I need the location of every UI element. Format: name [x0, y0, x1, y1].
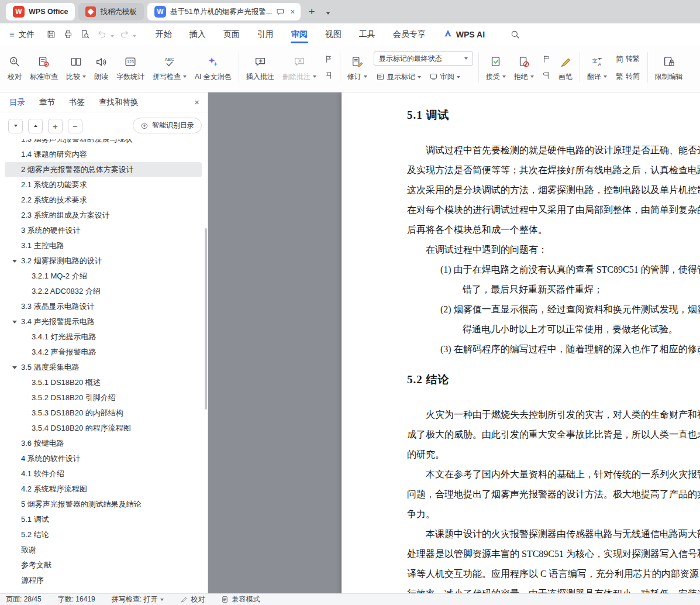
doc-line[interactable]: 问题，合理地提出了烟雾声光报警器的设计方法。极大地提高了产品的实 — [407, 484, 700, 504]
toc-item[interactable]: 3.2.1 MQ-2 介绍 — [5, 269, 202, 284]
toc-expand-arrow-icon[interactable] — [12, 260, 17, 263]
undo-chevron-icon[interactable] — [111, 29, 114, 40]
toc-item[interactable]: 5.2 结论 — [5, 527, 202, 542]
toc-item[interactable]: 1.3 烟雾声光报警器的发展与现状 — [5, 139, 202, 147]
toc-item[interactable]: 3.2.2 ADC0832 介绍 — [5, 284, 202, 299]
insert-comment-button[interactable]: 插入批注 — [242, 51, 278, 84]
status-spellcheck[interactable]: 拼写检查: 打开 — [112, 594, 164, 604]
doc-line[interactable]: 行效率，减小了代码的容量。由于该探测器具有体积小、功耗低、安装连 — [407, 584, 700, 593]
doc-chat-icon[interactable] — [276, 8, 285, 16]
status-page-indicator[interactable]: 页面: 28/45 — [6, 594, 42, 604]
file-menu-button[interactable]: ≡ 文件 — [0, 29, 44, 40]
doc-line[interactable]: 本文在参考了国内外大量资料的基础上，针对传统的一系列火灾报警 — [407, 465, 700, 484]
toc-item[interactable]: 3.4 声光报警提示电路 — [5, 314, 202, 329]
sidebar-tab-toc[interactable]: 目录 — [9, 97, 25, 108]
ai-polish-button[interactable]: AI 全文润色 — [191, 51, 236, 84]
sidebar-tab-find-replace[interactable]: 查找和替换 — [99, 97, 139, 108]
doc-line[interactable]: 在对每个模块的进行调试过程中又采用了由局部到整体，由简单到复杂的 — [407, 200, 700, 220]
document-page[interactable]: 5.1 调试调试过程中首先要检测的就是硬件电路的设计原理是否正确、能否达及实现方… — [342, 92, 700, 593]
sidebar-tab-chapters[interactable]: 章节 — [39, 97, 55, 108]
print-button[interactable] — [61, 27, 76, 42]
undo-button[interactable] — [95, 27, 110, 42]
markup-state-dropdown[interactable]: 显示标记的最终状态 — [374, 51, 473, 66]
doc-line[interactable]: 错了，最后只好重新买器件重焊； — [407, 280, 700, 300]
toc-item[interactable]: 致谢 — [5, 542, 202, 558]
tab-list-chevron-icon[interactable] — [323, 6, 333, 17]
toc-item[interactable]: 1.4 课题的研究内容 — [5, 147, 202, 162]
toc-scrollbar[interactable] — [205, 228, 207, 410]
toc-item[interactable]: 3.3 液晶显示电路设计 — [5, 299, 202, 314]
sidebar-tab-bookmarks[interactable]: 书签 — [69, 97, 85, 108]
doc-line[interactable]: 本课题中设计的火灾报警探测器由传感器电路与无线通信电路两大部 — [407, 524, 700, 544]
menu-tab-tools[interactable]: 工具 — [350, 23, 384, 45]
reject-button[interactable]: 拒绝 — [510, 51, 538, 84]
toc-zoom-in-button[interactable]: + — [48, 119, 63, 133]
menu-tab-insert[interactable]: 插入 — [181, 23, 215, 45]
toc-collapse-all-button[interactable] — [28, 119, 43, 133]
status-compat-mode[interactable]: 兼容模式 — [221, 594, 260, 604]
new-tab-button[interactable]: + — [304, 3, 319, 20]
menu-tab-review[interactable]: 审阅 — [282, 23, 316, 45]
doc-line[interactable]: 处理器是以管脚资源丰富的 STC89C51 为核心，实现对探测器写入信号和 — [407, 544, 700, 564]
restrict-edit-button[interactable]: 限制编辑 — [651, 51, 687, 84]
doc-line[interactable]: 译等人机交互功能。应用程序以 C 语言编写，充分利用芯片的内部资源， — [407, 564, 700, 584]
redo-button[interactable] — [117, 27, 132, 42]
tab-close-icon[interactable]: × — [289, 7, 296, 16]
toc-item[interactable]: 2 烟雾声光报警器的总体方案设计 — [5, 162, 202, 177]
toc-item[interactable]: 3.6 按键电路 — [5, 436, 202, 451]
track-changes-button[interactable]: 修订 — [343, 51, 371, 84]
doc-heading[interactable]: 5.2 结论 — [407, 372, 700, 387]
menu-tab-wps-ai[interactable]: WPS AI — [435, 29, 494, 40]
toc-item[interactable]: 3.5.3 DS18B20 的内部结构 — [5, 405, 202, 421]
doc-line[interactable]: 争力。 — [407, 504, 700, 524]
next-comment-button[interactable] — [322, 70, 336, 81]
sidebar-close-icon[interactable]: × — [194, 97, 199, 107]
doc-line[interactable]: (1) 由于在焊电路之前没有认真的查看 STC89C51 的管脚，使得管脚 — [407, 260, 700, 280]
proofread-button[interactable]: A 校对 — [4, 51, 26, 84]
review-pane-button[interactable]: 审阅 — [427, 71, 463, 83]
menu-tab-reference[interactable]: 引用 — [249, 23, 282, 45]
toc-item[interactable]: 2.3 系统的组成及方案设计 — [5, 208, 202, 223]
toc-zoom-out-button[interactable]: − — [68, 119, 82, 133]
toc-item[interactable]: 3.4.2 声音报警电路 — [5, 345, 202, 360]
toc-item[interactable]: 3.4.1 灯光提示电路 — [5, 329, 202, 345]
save-button[interactable] — [44, 27, 59, 42]
doc-line[interactable]: 的研究。 — [407, 445, 700, 465]
doc-line[interactable]: 这次采用的是分块调试的方法，烟雾探测电路，控制电路以及单片机控制 — [407, 180, 700, 200]
to-simplified-button[interactable]: 繁 转简 — [613, 70, 642, 82]
previous-comment-button[interactable] — [322, 53, 336, 65]
smart-toc-button[interactable]: 智能识别目录 — [133, 118, 202, 133]
status-word-count[interactable]: 字数: 16419 — [58, 594, 95, 604]
toc-item[interactable]: 参考文献 — [5, 558, 202, 573]
toc-item[interactable]: 4.2 系统程序流程图 — [5, 482, 202, 497]
doc-line[interactable]: 及实现方法是否简便等等；其次在焊接好所有线电路之后，认真检查电路 — [407, 160, 700, 180]
toc-item[interactable]: 源程序 — [5, 573, 202, 588]
redo-chevron-icon[interactable] — [133, 29, 136, 40]
toc-item[interactable]: 3.1 主控电路 — [5, 238, 202, 253]
spell-check-button[interactable]: ABC 拼写检查 — [149, 51, 191, 84]
translate-button[interactable]: 文A 翻译 — [583, 51, 611, 84]
toc-item[interactable]: 3.5.1 DS18B20 概述 — [5, 375, 202, 390]
toc-item[interactable]: 3 系统的硬件设计 — [5, 223, 202, 238]
toc-expand-all-button[interactable] — [8, 119, 23, 133]
doc-line[interactable]: 调试过程中首先要检测的就是硬件电路的设计原理是否正确、能否达 — [407, 140, 700, 160]
doc-line[interactable]: (3) 在解码程序的编写过程中，随着理解的深入也作了相应的修改。 — [407, 339, 700, 359]
doc-heading[interactable]: 5.1 调试 — [407, 108, 700, 123]
doc-line[interactable]: (2) 烟雾值一直显示很高，经过查阅资料和换元件测试发现，烟雾传 — [407, 300, 700, 319]
doc-line[interactable]: 在调试过程中遇到的问题有： — [407, 240, 700, 260]
tab-docer[interactable]: 找稻壳模板 — [78, 3, 144, 20]
accept-button[interactable]: 接受 — [482, 51, 510, 84]
toc-expand-arrow-icon[interactable] — [12, 366, 17, 369]
tab-wps-office[interactable]: W WPS Office — [6, 3, 75, 20]
pen-button[interactable]: 画笔 — [554, 51, 577, 84]
toc-item[interactable]: 4.1 软件介绍 — [5, 466, 202, 482]
toc-item[interactable]: 3.2 烟雾探测电路的设计 — [5, 253, 202, 269]
print-preview-button[interactable] — [78, 27, 93, 42]
menu-tab-home[interactable]: 开始 — [147, 23, 181, 45]
previous-change-button[interactable] — [539, 53, 553, 65]
next-change-button[interactable] — [539, 70, 553, 81]
toc-expand-arrow-icon[interactable] — [12, 321, 17, 324]
status-proofread[interactable]: 校对 — [180, 594, 205, 604]
toc-item[interactable]: 2.2 系统的技术要求 — [5, 192, 202, 208]
to-traditional-button[interactable]: 简 转繁 — [613, 53, 642, 65]
